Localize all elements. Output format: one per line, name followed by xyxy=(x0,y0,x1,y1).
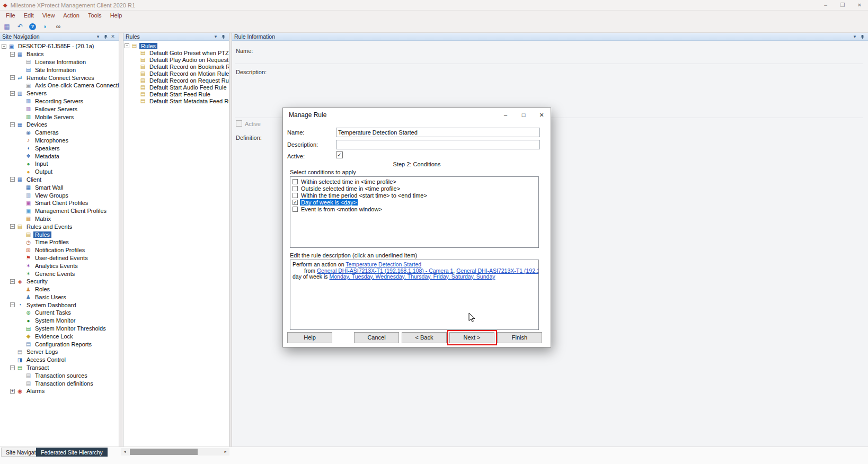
condition-checkbox[interactable] xyxy=(293,207,298,212)
tree-item-generic-events[interactable]: ✶Generic Events xyxy=(0,270,119,278)
scrollbar-track[interactable] xyxy=(129,448,222,456)
tree-item-client[interactable]: −▦Client xyxy=(0,176,119,184)
rule-description-link[interactable]: General DHI-ASI7213X-T1 (192.168.1.108) … xyxy=(317,267,453,274)
tree-item-transact[interactable]: −▤Transact xyxy=(0,364,119,372)
tree-item-devices[interactable]: −▦Devices xyxy=(0,121,119,129)
chevron-down-icon[interactable]: ▾ xyxy=(851,33,858,40)
scroll-left-arrow-icon[interactable]: ◂ xyxy=(121,448,129,456)
tree-item-default-record-on-bookmark-rule[interactable]: ▤Default Record on Bookmark Rule xyxy=(123,63,229,70)
tree-item-view-groups[interactable]: ▥View Groups xyxy=(0,191,119,199)
help-button[interactable]: Help xyxy=(287,332,332,343)
condition-checkbox[interactable] xyxy=(293,179,298,184)
tree-item-basics[interactable]: −▦Basics xyxy=(0,50,119,58)
condition-item-within-selected-time-in-time-profile[interactable]: Within selected time in <time profile> xyxy=(291,178,538,185)
tree-item-transaction-sources[interactable]: ▤Transaction sources xyxy=(0,371,119,379)
tree-item-default-goto-preset-when-ptz-is-don[interactable]: ▤Default Goto Preset when PTZ is don xyxy=(123,49,229,56)
save-icon[interactable]: ▦ xyxy=(3,22,11,31)
tree-item-notification-profiles[interactable]: ✉Notification Profiles xyxy=(0,246,119,254)
tree-item-roles[interactable]: ♟Roles xyxy=(0,285,119,293)
window-minimize-button[interactable]: – xyxy=(817,0,834,10)
tree-item-matrix[interactable]: ▦Matrix xyxy=(0,215,119,223)
tree-item-transaction-definitions[interactable]: ▤Transaction definitions xyxy=(0,379,119,387)
condition-checkbox[interactable] xyxy=(293,193,298,198)
tree-item-default-start-feed-rule[interactable]: ▤Default Start Feed Rule xyxy=(123,91,229,97)
tree-item-current-tasks[interactable]: ⊛Current Tasks xyxy=(0,309,119,317)
binoculars-icon[interactable]: ∞ xyxy=(54,22,63,31)
menu-item-view[interactable]: View xyxy=(38,11,59,21)
undo-icon[interactable]: ↶ xyxy=(16,22,24,31)
tree-item-remote-connect-services[interactable]: −⇄Remote Connect Services xyxy=(0,74,119,82)
tree-item-time-profiles[interactable]: ◷Time Profiles xyxy=(0,238,119,246)
tree-item-evidence-lock[interactable]: ◆Evidence Lock xyxy=(0,332,119,340)
tree-item-smart-wall[interactable]: ▦Smart Wall xyxy=(0,183,119,191)
chevron-down-icon[interactable]: ▾ xyxy=(212,33,219,40)
tree-item-server-logs[interactable]: ▤Server Logs xyxy=(0,348,119,356)
collapse-toggle-icon[interactable]: − xyxy=(10,122,15,127)
condition-item-day-of-week-is-day[interactable]: ✓Day of week is <day> xyxy=(291,199,538,206)
rule-description-link[interactable]: Temperature Detection Started xyxy=(346,261,421,267)
horizontal-scrollbar[interactable]: ◂ ▸ xyxy=(121,448,229,456)
collapse-toggle-icon[interactable]: − xyxy=(10,75,15,80)
next-button[interactable]: Next > xyxy=(449,332,494,343)
active-checkbox[interactable]: ✓ xyxy=(336,151,343,158)
tree-item-rules[interactable]: ▤Rules xyxy=(0,230,119,238)
tree-item-metadata[interactable]: ❖Metadata xyxy=(0,152,119,160)
description-input[interactable] xyxy=(336,140,540,149)
tree-item-security[interactable]: −◈Security xyxy=(0,278,119,285)
tree-item-input[interactable]: ●Input xyxy=(0,160,119,168)
back-button[interactable]: < Back xyxy=(402,332,447,343)
scrollbar-thumb[interactable] xyxy=(130,449,198,455)
tree-item-default-record-on-request-rule[interactable]: ▤Default Record on Request Rule xyxy=(123,77,229,84)
tree-item-microphones[interactable]: ♪Microphones xyxy=(0,137,119,145)
tree-item-rules[interactable]: −▤Rules xyxy=(123,42,229,49)
condition-checkbox[interactable]: ✓ xyxy=(293,200,298,205)
tree-item-default-start-metadata-feed-rule[interactable]: ▤Default Start Metadata Feed Rule xyxy=(123,97,229,104)
name-input[interactable] xyxy=(336,128,540,137)
tree-item-failover-servers[interactable]: ▥Failover Servers xyxy=(0,105,119,113)
rule-description-link[interactable]: General DHI-ASI7213X-T1 (192.168.1.108) … xyxy=(456,267,539,274)
tree-item-axis-one-click-camera-connection[interactable]: ▣Axis One-click Camera Connection xyxy=(0,82,119,90)
tree-item-alarms[interactable]: +◉Alarms xyxy=(0,387,119,395)
tree-item-rules-and-events[interactable]: −▤Rules and Events xyxy=(0,222,119,230)
window-maximize-button[interactable]: ❐ xyxy=(834,0,851,10)
collapse-toggle-icon[interactable]: − xyxy=(10,177,15,182)
panel-tab-federated-site-hierarchy[interactable]: Federated Site Hierarchy xyxy=(36,448,108,457)
condition-item-within-the-time-period-start-time-to-end-time[interactable]: Within the time period <start time> to <… xyxy=(291,192,538,199)
condition-checkbox[interactable] xyxy=(293,186,298,191)
tree-item-basic-users[interactable]: ♟Basic Users xyxy=(0,293,119,301)
pin-icon[interactable] xyxy=(219,33,227,40)
close-icon[interactable]: ✕ xyxy=(109,33,117,40)
menu-item-help[interactable]: Help xyxy=(106,11,127,21)
tree-item-smart-client-profiles[interactable]: ▣Smart Client Profiles xyxy=(0,199,119,207)
tree-item-output[interactable]: ●Output xyxy=(0,168,119,176)
tree-item-site-information[interactable]: ▤Site Information xyxy=(0,66,119,74)
collapse-toggle-icon[interactable]: − xyxy=(2,44,6,49)
tree-item-default-play-audio-on-request-rule[interactable]: ▤Default Play Audio on Request Rule xyxy=(123,56,229,63)
collapse-toggle-icon[interactable]: − xyxy=(10,224,15,229)
tree-item-system-monitor[interactable]: ●System Monitor xyxy=(0,317,119,325)
collapse-toggle-icon[interactable]: − xyxy=(10,302,15,307)
condition-item-outside-selected-time-in-time-profile[interactable]: Outside selected time in <time profile> xyxy=(291,185,538,192)
collapse-toggle-icon[interactable]: − xyxy=(10,365,15,370)
tree-item-cameras[interactable]: ◉Cameras xyxy=(0,129,119,137)
dialog-minimize-button[interactable]: – xyxy=(497,108,515,122)
chevron-down-icon[interactable]: ▾ xyxy=(94,33,102,40)
pin-icon[interactable] xyxy=(102,33,109,40)
tree-item-system-dashboard[interactable]: −◔System Dashboard xyxy=(0,301,119,309)
tree-item-analytics-events[interactable]: ✶Analytics Events xyxy=(0,262,119,270)
window-close-button[interactable]: ✕ xyxy=(851,0,868,10)
tree-item-speakers[interactable]: ◖Speakers xyxy=(0,144,119,152)
expand-toggle-icon[interactable]: + xyxy=(10,389,15,394)
tree-item-access-control[interactable]: ◨Access Control xyxy=(0,356,119,364)
pin-icon[interactable] xyxy=(858,33,866,40)
collapse-toggle-icon[interactable]: − xyxy=(10,52,15,57)
finish-button[interactable]: Finish xyxy=(497,332,542,343)
tree-item-configuration-reports[interactable]: ▤Configuration Reports xyxy=(0,340,119,348)
tree-item-license-information[interactable]: ▤License Information xyxy=(0,58,119,66)
menu-item-edit[interactable]: Edit xyxy=(20,11,38,21)
help-icon[interactable]: ? xyxy=(29,23,36,30)
collapse-toggle-icon[interactable]: − xyxy=(125,43,129,48)
collapse-toggle-icon[interactable]: − xyxy=(10,91,15,96)
tree-item-user-defined-events[interactable]: ⚑User-defined Events xyxy=(0,254,119,262)
tree-item-servers[interactable]: −▥Servers xyxy=(0,90,119,97)
